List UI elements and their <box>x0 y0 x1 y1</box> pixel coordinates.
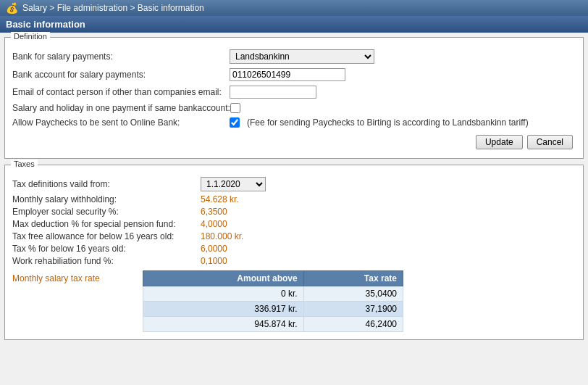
monthly-withholding-value: 54.628 kr. <box>201 194 239 204</box>
tax-table-row: 945.874 kr.46,2400 <box>143 317 403 332</box>
paychecks-online-checkbox[interactable] <box>230 117 240 128</box>
employer-social-row: Employer social security %: 6,3500 <box>12 207 576 217</box>
bank-select-wrapper: Landsbankinn Íslandsbanki Arion banki <box>230 49 374 64</box>
taxes-legend: Taxes <box>11 160 38 168</box>
work-rehab-value: 0,1000 <box>201 256 227 266</box>
work-rehab-label: Work rehabiliation fund %: <box>12 256 201 266</box>
tax-year-select-wrapper: 1.1.2020 1.1.2019 1.1.2018 <box>201 177 266 191</box>
page-title: Basic information <box>0 16 588 33</box>
monthly-withholding-label: Monthly salary withholding: <box>12 194 201 204</box>
tax-below16-label: Tax % for below 16 years old: <box>12 244 201 254</box>
max-deduction-label: Max deduction % for special pension fund… <box>12 219 201 229</box>
tax-below16-row: Tax % for below 16 years old: 6,0000 <box>12 244 576 254</box>
tax-amount-cell: 336.917 kr. <box>143 302 304 317</box>
tax-rate-cell: 46,2400 <box>303 317 403 332</box>
tax-table-row: 336.917 kr.37,1900 <box>143 302 403 317</box>
tax-amount-cell: 945.874 kr. <box>143 317 304 332</box>
email-input[interactable] <box>230 86 316 99</box>
definition-section: Definition Bank for salary payments: Lan… <box>4 37 584 159</box>
paychecks-online-label: Allow Paychecks to be sent to Online Ban… <box>12 117 230 128</box>
tax-year-label: Tax definitions vaild from: <box>12 179 201 189</box>
max-deduction-row: Max deduction % for special pension fund… <box>12 219 576 229</box>
tax-table-row: 0 kr.35,0400 <box>143 286 403 302</box>
tax-table-header-rate: Tax rate <box>303 271 403 286</box>
bank-for-salary-row: Bank for salary payments: Landsbankinn Í… <box>12 49 576 64</box>
bank-account-wrapper <box>230 68 345 81</box>
paychecks-online-note: (Fee for sending Paychecks to Birting is… <box>247 117 529 128</box>
employer-social-value: 6,3500 <box>201 207 227 217</box>
tax-free-allowance-row: Tax free allowance for below 16 years ol… <box>12 231 576 241</box>
breadcrumb-bar: 💰 Salary > File administration > Basic i… <box>0 0 588 16</box>
paychecks-online-row: Allow Paychecks to be sent to Online Ban… <box>12 117 576 128</box>
bank-for-salary-label: Bank for salary payments: <box>12 51 230 62</box>
employer-social-label: Employer social security %: <box>12 207 201 217</box>
salary-holiday-label: Salary and holiday in one payment if sam… <box>12 103 230 113</box>
monthly-withholding-row: Monthly salary withholding: 54.628 kr. <box>12 194 576 204</box>
salary-holiday-row: Salary and holiday in one payment if sam… <box>12 103 576 113</box>
email-label: Email of contact person if other than co… <box>12 87 230 97</box>
cancel-button[interactable]: Cancel <box>527 135 573 149</box>
breadcrumb-text: Salary > File administration > Basic inf… <box>22 3 204 13</box>
email-wrapper <box>230 86 316 99</box>
bank-account-input[interactable] <box>230 68 345 81</box>
monthly-tax-rate-label: Monthly salary tax rate <box>12 270 143 332</box>
update-button[interactable]: Update <box>476 135 523 149</box>
tax-rate-cell: 37,1900 <box>303 302 403 317</box>
definition-legend: Definition <box>11 32 50 41</box>
tax-rate-cell: 35,0400 <box>303 286 403 302</box>
bank-account-row: Bank account for salary payments: <box>12 68 576 81</box>
paychecks-online-wrapper: (Fee for sending Paychecks to Birting is… <box>230 117 529 128</box>
work-rehab-row: Work rehabiliation fund %: 0,1000 <box>12 256 576 266</box>
email-row: Email of contact person if other than co… <box>12 86 576 99</box>
bank-account-label: Bank account for salary payments: <box>12 70 230 80</box>
tax-free-allowance-label: Tax free allowance for below 16 years ol… <box>12 231 201 241</box>
max-deduction-value: 4,0000 <box>201 219 227 229</box>
tax-year-row: Tax definitions vaild from: 1.1.2020 1.1… <box>12 177 576 191</box>
tax-free-allowance-value: 180.000 kr. <box>201 231 243 241</box>
coin-icon: 💰 <box>6 2 18 14</box>
monthly-tax-rate-wrapper: Monthly salary tax rate Amount above Tax… <box>12 270 576 332</box>
taxes-section: Taxes Tax definitions vaild from: 1.1.20… <box>4 165 584 340</box>
tax-table-header-amount: Amount above <box>143 271 304 286</box>
tax-rate-table: Amount above Tax rate 0 kr.35,0400336.91… <box>143 270 403 332</box>
tax-year-select[interactable]: 1.1.2020 1.1.2019 1.1.2018 <box>201 177 266 191</box>
tax-below16-value: 6,0000 <box>201 244 227 254</box>
salary-holiday-checkbox-wrapper <box>230 103 240 113</box>
bank-select[interactable]: Landsbankinn Íslandsbanki Arion banki <box>230 49 374 64</box>
definition-button-row: Update Cancel <box>12 132 576 151</box>
tax-amount-cell: 0 kr. <box>143 286 304 302</box>
salary-holiday-checkbox[interactable] <box>230 103 240 113</box>
